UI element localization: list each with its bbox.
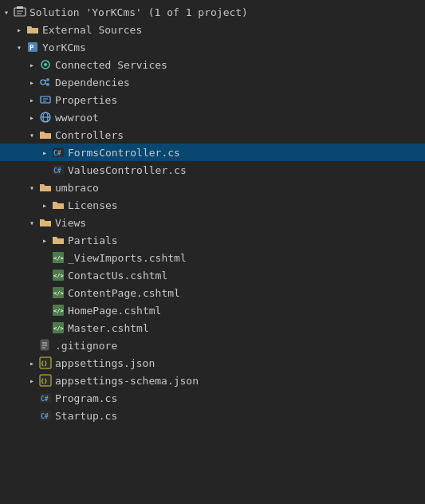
project-icon: P [26,41,40,53]
svg-text:{}: {} [41,360,47,367]
svg-text:C#: C# [53,150,61,157]
tree-item-controllers[interactable]: Controllers [0,126,425,144]
svg-point-9 [46,78,49,81]
svg-point-7 [44,63,47,66]
svg-text:C#: C# [41,396,49,403]
tree-item-startup[interactable]: C#Startup.cs [0,407,425,424]
arrow-connected-services[interactable] [26,58,38,71]
svg-text:</>: </> [53,255,64,262]
tree-item-connected-services[interactable]: Connected Services [0,56,425,73]
label-connected-services: Connected Services [55,59,425,71]
svg-text:</>: </> [53,290,64,297]
tree-item-wwwroot[interactable]: wwwroot [0,108,425,126]
label-homepage: HomePage.cshtml [68,305,425,317]
folder-icon [38,216,53,229]
svg-text:</>: </> [53,308,64,314]
cshtml-icon: </> [51,321,65,334]
cshtml-icon: </> [51,269,65,282]
svg-point-10 [46,83,49,86]
folder-icon [51,199,65,211]
svg-text:</>: </> [53,325,64,332]
label-formscontroller: FormsController.cs [68,147,425,159]
arrow-external-sources[interactable] [13,23,26,36]
tree-item-master[interactable]: </>Master.cshtml [0,319,425,337]
folder-icon [51,234,65,246]
tree-item-appsettings-schema[interactable]: {}appsettings-schema.json [0,372,425,389]
svg-point-8 [41,80,45,85]
label-partials: Partials [68,234,425,246]
arrow-wwwroot[interactable] [26,111,38,124]
wwwroot-icon [38,111,53,124]
label-licenses: Licenses [68,199,425,211]
gitignore-icon [38,339,53,352]
arrow-dependencies[interactable] [26,76,38,89]
svg-text:C#: C# [53,167,61,175]
tree-item-valuescontroller[interactable]: C#ValuesController.cs [0,161,425,179]
svg-line-12 [45,84,47,85]
arrow-appsettings[interactable] [26,356,38,369]
tree-item-partials[interactable]: Partials [0,231,425,249]
csharp-icon: C# [51,146,65,159]
label-wwwroot: wwwroot [55,112,425,124]
solution-explorer[interactable]: Solution 'YorKCms' (1 of 1 project)Exter… [0,0,425,504]
arrow-licenses[interactable] [38,199,51,211]
tree-item-views[interactable]: Views [0,214,425,231]
tree-item-licenses[interactable]: Licenses [0,196,425,214]
svg-text:C#: C# [41,413,49,420]
svg-text:</>: </> [53,273,64,279]
tree-item-formscontroller[interactable]: C#FormsController.cs [0,144,425,161]
arrow-views[interactable] [26,216,38,229]
solution-icon [13,6,27,18]
arrow-solution[interactable] [0,6,13,18]
tree-item-gitignore[interactable]: .gitignore [0,337,425,354]
deps-icon [38,76,53,89]
tree-item-program[interactable]: C#Program.cs [0,389,425,407]
svg-rect-0 [14,8,26,16]
label-controllers: Controllers [55,129,425,141]
label-master: Master.cshtml [68,322,425,334]
folder-icon [38,181,53,194]
label-appsettings-schema: appsettings-schema.json [55,375,425,387]
tree-item-umbraco[interactable]: umbraco [0,179,425,196]
tree-item-properties[interactable]: Properties [0,91,425,108]
arrow-yorkcms[interactable] [13,41,26,53]
tree-item-dependencies[interactable]: Dependencies [0,73,425,91]
tree-item-appsettings[interactable]: {}appsettings.json [0,354,425,372]
label-program: Program.cs [55,392,425,404]
label-yorkcms: YorKCms [42,41,425,53]
label-views: Views [55,217,425,229]
arrow-umbraco[interactable] [26,181,38,194]
label-valuescontroller: ValuesController.cs [68,164,425,176]
tree-item-contentpage[interactable]: </>ContentPage.cshtml [0,284,425,301]
tree-item-yorkcms[interactable]: PYorKCms [0,38,425,56]
arrow-properties[interactable] [26,93,38,106]
arrow-appsettings-schema[interactable] [26,374,38,387]
label-umbraco: umbraco [55,182,425,194]
cshtml-icon: </> [51,286,65,299]
label-contentpage: ContentPage.cshtml [68,287,425,299]
svg-text:{}: {} [41,378,47,384]
label-dependencies: Dependencies [55,77,425,89]
tree-item-homepage[interactable]: </>HomePage.cshtml [0,301,425,319]
tree-item-contactus[interactable]: </>ContactUs.cshtml [0,266,425,284]
label-viewimports: _ViewImports.cshtml [68,252,425,264]
svg-rect-1 [17,6,23,9]
services-icon [38,58,53,71]
svg-line-11 [45,81,47,81]
properties-icon [38,93,53,106]
arrow-partials[interactable] [38,234,51,246]
tree-item-solution[interactable]: Solution 'YorKCms' (1 of 1 project) [0,3,425,21]
svg-text:P: P [30,44,34,52]
cshtml-icon: </> [51,251,65,264]
json-icon: {} [38,374,53,387]
tree-item-external-sources[interactable]: External Sources [0,21,425,38]
csharp-icon: C# [51,163,65,176]
csharp-icon: C# [38,392,53,404]
folder-icon [26,23,40,36]
label-external-sources: External Sources [42,24,425,36]
arrow-controllers[interactable] [26,128,38,141]
label-gitignore: .gitignore [55,340,425,352]
label-properties: Properties [55,94,425,106]
tree-item-viewimports[interactable]: </>_ViewImports.cshtml [0,249,425,266]
arrow-formscontroller[interactable] [38,146,51,159]
